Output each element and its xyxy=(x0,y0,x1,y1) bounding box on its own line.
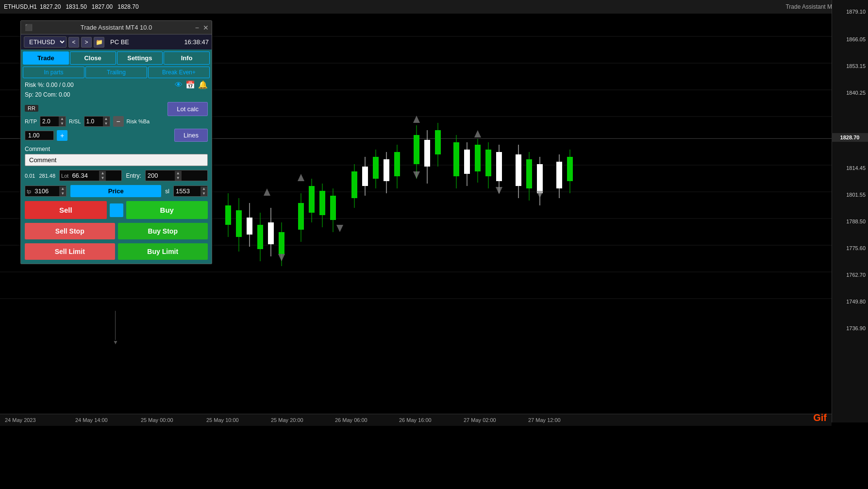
alert-icon-button[interactable]: 🔔 xyxy=(198,80,208,89)
eye-icon-button[interactable]: 👁 xyxy=(175,81,183,89)
chart-symbol-info: ETHUSD,H1 xyxy=(4,3,37,10)
tp-input[interactable] xyxy=(33,186,59,196)
svg-rect-42 xyxy=(384,159,389,181)
risk-pct-label: Risk %: 0.00 / 0.00 xyxy=(25,82,74,88)
sl-down[interactable]: ▼ xyxy=(200,191,207,196)
price-button[interactable]: Price xyxy=(70,185,161,197)
calendar-icon-button[interactable]: 📅 xyxy=(185,80,195,89)
close-button[interactable]: ✕ xyxy=(203,24,209,32)
svg-rect-44 xyxy=(394,152,400,176)
tp-input-wrap: tp ▲ ▼ xyxy=(25,185,67,197)
plus-button[interactable]: + xyxy=(57,130,67,141)
lot-min: 0.01 xyxy=(25,173,35,179)
buy-limit-button[interactable]: Buy Limit xyxy=(118,243,208,260)
svg-rect-36 xyxy=(351,171,357,198)
sub-tab-trailing[interactable]: Trailing xyxy=(85,67,147,78)
price-2: 1866.05 xyxy=(846,36,866,42)
symbol-dropdown[interactable]: ETHUSD xyxy=(24,36,67,48)
sell-stop-button[interactable]: Sell Stop xyxy=(25,223,115,239)
time-label-3: 25 May 00:00 xyxy=(141,417,173,423)
svg-rect-40 xyxy=(373,157,379,179)
sub-tab-in-parts[interactable]: In parts xyxy=(23,67,84,78)
rr-tp-up[interactable]: ▲ xyxy=(59,117,66,121)
minus-button[interactable]: − xyxy=(113,116,124,127)
time-label-1: 24 May 2023 xyxy=(5,417,36,423)
symbol-row: ETHUSD < > 📁 PC BE 16:38:47 xyxy=(21,34,212,50)
svg-rect-12 xyxy=(225,205,231,225)
svg-rect-50 xyxy=(435,130,441,154)
svg-rect-62 xyxy=(496,152,502,181)
entry-input[interactable] xyxy=(146,170,175,181)
rr-badge: RR xyxy=(25,105,38,112)
lot-calc-button[interactable]: Lot calc xyxy=(167,102,208,116)
tab-settings[interactable]: Settings xyxy=(117,51,163,65)
tab-row: Trade Close Settings Info xyxy=(21,50,212,65)
rr-tp-down[interactable]: ▼ xyxy=(59,121,66,126)
rr-rsl-label: R/SL xyxy=(69,118,81,124)
rr-sl-input[interactable] xyxy=(84,117,103,126)
tab-trade[interactable]: Trade xyxy=(23,51,69,65)
sub-tab-break-even[interactable]: Break Even+ xyxy=(148,67,210,78)
risk-row: Risk %: 0.00 / 0.00 👁 📅 🔔 xyxy=(21,78,212,90)
buy-stop-button[interactable]: Buy Stop xyxy=(118,223,208,239)
svg-rect-16 xyxy=(247,218,252,235)
rr-controls: R/TP ▲ ▼ R/SL ▲ ▼ − Risk %Ba xyxy=(25,116,208,127)
lot-label: Lot xyxy=(60,173,70,179)
chart-prices: 1827.20 1831.50 1827.00 1828.70 xyxy=(40,3,139,10)
pc-be-label: PC BE xyxy=(110,38,129,46)
price-3: 1853.15 xyxy=(846,63,866,69)
entry-up[interactable]: ▲ xyxy=(175,171,182,176)
tp-down[interactable]: ▼ xyxy=(59,191,66,196)
price-9: 1775.60 xyxy=(846,245,866,251)
svg-rect-32 xyxy=(330,196,336,220)
sp-com-label: Sp: 20 Com: 0.00 xyxy=(25,91,70,98)
entry-label: Entry: xyxy=(126,172,141,179)
buy-sell-row: Sell Buy xyxy=(21,199,212,221)
nav-next-button[interactable]: > xyxy=(81,37,92,48)
sell-button[interactable]: Sell xyxy=(25,201,107,219)
lot-up[interactable]: ▲ xyxy=(99,171,106,176)
rr-tp-input[interactable] xyxy=(40,117,59,126)
svg-rect-26 xyxy=(298,203,304,230)
risk-ba-input[interactable] xyxy=(25,131,54,140)
svg-rect-68 xyxy=(526,159,532,188)
limit-row: Sell Limit Buy Limit xyxy=(21,241,212,264)
sl-input-wrap: ▲ ▼ xyxy=(173,185,208,197)
rr-tp-spin: ▲ ▼ xyxy=(59,117,66,126)
blue-square-indicator[interactable] xyxy=(110,203,123,217)
sell-limit-button[interactable]: Sell Limit xyxy=(25,243,115,260)
entry-down[interactable]: ▼ xyxy=(175,176,182,181)
vertical-indicator-arrow: ▼ xyxy=(113,339,118,346)
nav-prev-button[interactable]: < xyxy=(68,37,79,48)
risk-ba-label: Risk %Ba xyxy=(127,118,150,124)
sp-row: Sp: 20 Com: 0.00 xyxy=(21,90,212,100)
comment-input[interactable] xyxy=(25,154,208,166)
svg-rect-66 xyxy=(516,154,521,186)
vertical-indicator-line xyxy=(115,311,116,340)
time-label-9: 27 May 12:00 xyxy=(528,417,561,423)
svg-marker-63 xyxy=(474,130,481,137)
tp-sl-row: tp ▲ ▼ Price sl ▲ ▼ xyxy=(21,183,212,199)
lot-input[interactable] xyxy=(70,170,99,181)
time-label-6: 26 May 06:00 xyxy=(335,417,367,423)
gif-label: Gif xyxy=(813,412,827,423)
time-label-2: 24 May 14:00 xyxy=(75,417,108,423)
lines-button[interactable]: Lines xyxy=(174,129,208,142)
tp-up[interactable]: ▲ xyxy=(59,186,66,191)
comment-section: Comment xyxy=(21,144,212,168)
svg-rect-38 xyxy=(362,167,368,186)
sl-label: sl xyxy=(165,188,169,195)
price-11: 1749.80 xyxy=(846,299,866,304)
sl-up[interactable]: ▲ xyxy=(200,186,207,191)
rr-sl-up[interactable]: ▲ xyxy=(103,117,110,121)
rr-sl-down[interactable]: ▼ xyxy=(103,121,110,126)
buy-button[interactable]: Buy xyxy=(126,201,208,219)
sl-input[interactable] xyxy=(174,186,200,196)
tab-info[interactable]: Info xyxy=(164,51,210,65)
minimize-button[interactable]: − xyxy=(195,24,199,32)
folder-button[interactable]: 📁 xyxy=(94,37,104,48)
price-6: 1814.45 xyxy=(846,165,866,171)
lot-down[interactable]: ▼ xyxy=(99,176,106,181)
tab-close[interactable]: Close xyxy=(70,51,116,65)
rr-row2: + Lines xyxy=(25,129,208,142)
